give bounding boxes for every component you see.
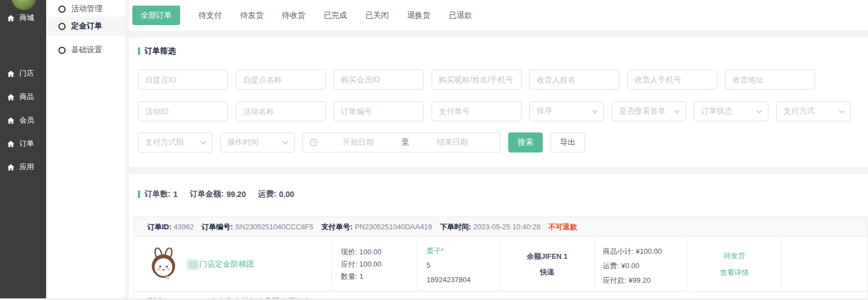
submenu-item-label: 活动管理 <box>71 4 102 14</box>
filter-title-text: 订单筛选 <box>145 46 176 56</box>
submenu-item-settings[interactable]: 基础设置 <box>46 41 125 59</box>
order-filter-panel: 订单筛选 排序 是否搜索首单 订单状态 支付方式 支付方式组 操作时间 <box>129 38 868 167</box>
first-order-select[interactable]: 是否搜索首单 <box>612 101 686 121</box>
select-placeholder: 支付方式组 <box>145 137 184 147</box>
non-refundable-badge: 不可退款 <box>548 222 577 232</box>
tab-completed[interactable]: 已完成 <box>324 11 347 21</box>
order-id: 订单ID:43962 <box>147 222 194 232</box>
current-price: 现价: 100.00 <box>341 246 417 258</box>
tab-pending-receipt[interactable]: 待收货 <box>282 11 305 21</box>
tab-all-orders[interactable]: 全部订单 <box>132 6 180 25</box>
buyer-phone: 18924237804 <box>426 273 499 287</box>
submenu-item-label: 定金订单 <box>71 21 102 31</box>
quantity: 数量: 1 <box>341 271 417 283</box>
select-placeholder: 操作时间 <box>227 137 259 147</box>
chevron-down-icon <box>839 110 845 114</box>
receiver-address-input[interactable] <box>725 70 815 90</box>
home-icon <box>7 93 15 101</box>
order-count: 订单数:1 <box>145 189 177 199</box>
sidebar-item-orders[interactable]: 订单 <box>0 137 46 150</box>
order-shipping: 运费:0.00 <box>258 189 294 199</box>
submenu-item-deposit-orders[interactable]: 定金订单 <box>46 17 125 36</box>
home-icon <box>7 14 15 22</box>
product-cell: ██ 门店定金阶梯团 <box>134 237 331 291</box>
tab-closed[interactable]: 已关闭 <box>365 11 389 21</box>
buyer-member-id-input[interactable] <box>334 70 424 90</box>
chevron-down-icon <box>200 141 206 145</box>
subtotal: 商品小计: ¥100.00 <box>603 244 687 259</box>
order-sn: 订单编号:SN2305251040CCC8F5 <box>202 222 314 232</box>
date-range-separator: 至 <box>399 137 411 147</box>
date-range-picker[interactable]: 开始日期 至 结束日期 <box>302 132 500 153</box>
order-sn-input[interactable] <box>334 101 424 121</box>
home-icon <box>7 116 15 125</box>
sidebar-item-label: 门店 <box>19 68 34 78</box>
masked-text: ██ <box>187 260 199 269</box>
sidebar-item-label: 订单 <box>19 139 34 149</box>
payment-sn-input[interactable] <box>431 101 522 121</box>
sidebar-item-apps[interactable]: 应用 <box>0 160 46 174</box>
order-product-row: ██ 门店定金阶梯团 现价: 100.00 应付: 100.00 数量: 1 栗… <box>134 237 867 292</box>
receiver-phone-input[interactable] <box>627 70 717 90</box>
circle-icon <box>58 47 66 54</box>
product-name-link[interactable]: ██ 门店定金阶梯团 <box>187 237 254 291</box>
tab-refunded[interactable]: 已退款 <box>449 11 472 21</box>
sidebar-item-store[interactable]: 门店 <box>0 67 46 80</box>
payable-price: 应付: 100.00 <box>341 258 417 271</box>
sidebar-item-goods[interactable]: 商品 <box>0 90 46 104</box>
clock-icon <box>310 139 318 146</box>
search-button[interactable]: 搜索 <box>508 132 543 153</box>
view-detail-link[interactable]: 查看详情 <box>720 268 749 278</box>
sort-select[interactable]: 排序 <box>529 101 604 121</box>
select-placeholder: 支付方式 <box>783 106 815 116</box>
submenu-item-activity[interactable]: 活动管理 <box>46 0 125 18</box>
filter-row-1 <box>138 70 815 90</box>
chevron-down-icon <box>674 110 680 114</box>
order-meta-header: 订单ID:43962 订单编号:SN2305251040CCC8F5 支付单号:… <box>134 217 867 237</box>
select-placeholder: 订单状态 <box>701 106 732 116</box>
order-list-panel: 订单数:1 订单金额:99.20 运费:0.00 订单ID:43962 订单编号… <box>129 174 868 300</box>
buyer-keyword-input[interactable] <box>431 70 522 90</box>
chevron-down-icon <box>282 141 289 145</box>
tab-pending-shipment[interactable]: 待发货 <box>240 11 264 21</box>
status-label: 待发货 <box>723 251 745 261</box>
export-button[interactable]: 导出 <box>550 132 585 153</box>
buyer-name-link[interactable]: 栗子* <box>426 244 499 258</box>
home-icon <box>7 140 15 148</box>
shipping-fee: 运费: ¥0.00 <box>603 259 687 273</box>
delivery-method: 快递 <box>540 267 554 277</box>
circle-icon <box>58 6 66 13</box>
tab-pending-payment[interactable]: 待支付 <box>199 11 222 21</box>
order-summary: 订单数:1 订单金额:99.20 运费:0.00 <box>138 189 306 199</box>
pickup-name-input[interactable] <box>236 70 326 90</box>
sidebar-item-members[interactable]: 会员 <box>0 114 46 127</box>
payment-type: 余额JIFEN 1 <box>527 252 568 262</box>
product-name-text: 门店定金阶梯团 <box>200 259 254 269</box>
order-status-select[interactable]: 订单状态 <box>694 101 768 121</box>
payment-group-select[interactable]: 支付方式组 <box>138 132 212 153</box>
sidebar-item-label: 会员 <box>19 115 34 125</box>
home-icon <box>7 70 15 78</box>
pickup-id-input[interactable] <box>138 70 228 90</box>
payment-method-select[interactable]: 支付方式 <box>776 101 851 121</box>
order-time: 下单时间:2023-05-25 10:40:28 <box>440 222 540 232</box>
operate-time-select[interactable]: 操作时间 <box>220 132 295 153</box>
filter-title: 订单筛选 <box>138 46 176 56</box>
price-cell: 现价: 100.00 应付: 100.00 数量: 1 <box>331 237 417 291</box>
submenu-item-label: 基础设置 <box>71 45 102 55</box>
actions-cell: 待发货 查看详情 <box>687 237 781 291</box>
select-placeholder: 是否搜索首单 <box>619 106 666 116</box>
select-placeholder: 排序 <box>537 106 552 116</box>
sidebar-item-label: 商城 <box>19 13 34 23</box>
buyer-cell: 栗子* 5 18924237804 <box>417 237 499 291</box>
amount-payable: 应付款: ¥99.20 <box>603 273 687 288</box>
tab-returns[interactable]: 退换货 <box>407 11 430 21</box>
order-status-tabbar: 全部订单 待支付 待发货 待收货 已完成 已关闭 退换货 已退款 <box>129 0 868 31</box>
delivery-cell: 余额JIFEN 1 快递 <box>499 237 594 291</box>
receiver-name-input[interactable] <box>529 70 619 90</box>
filter-row-3: 支付方式组 操作时间 开始日期 至 结束日期 搜索 导出 <box>138 132 585 153</box>
accent-bar <box>138 47 140 55</box>
sidebar-item-mall[interactable]: 商城 <box>0 11 46 24</box>
activity-id-input[interactable] <box>138 101 228 121</box>
activity-name-input[interactable] <box>236 101 326 121</box>
